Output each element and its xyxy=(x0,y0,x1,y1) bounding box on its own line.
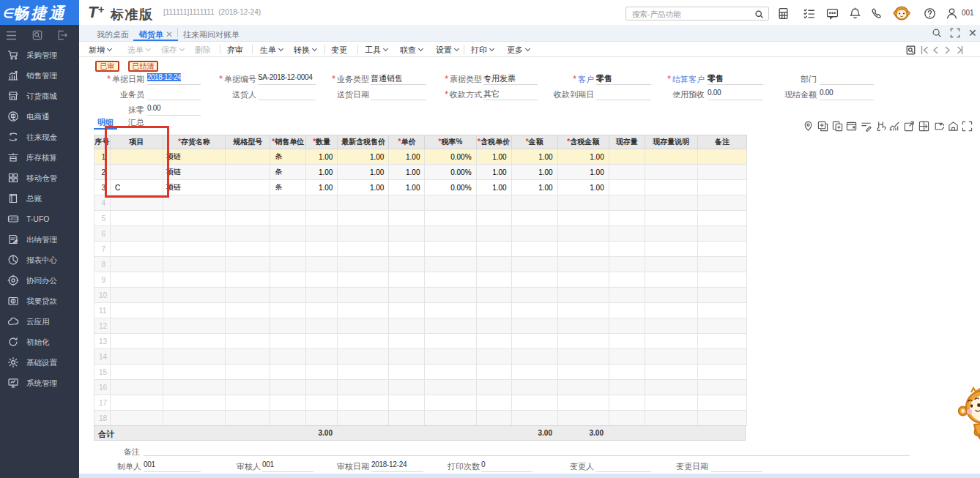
svg-text:UFO: UFO xyxy=(9,217,18,221)
